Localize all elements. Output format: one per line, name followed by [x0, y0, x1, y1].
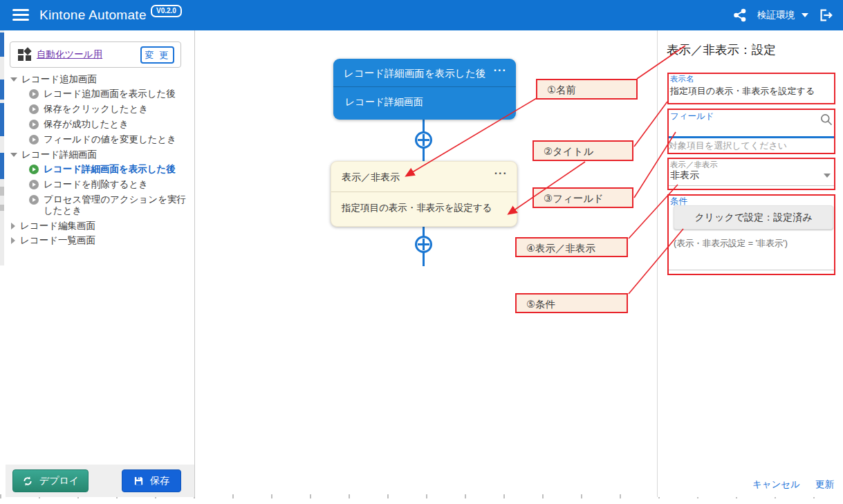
environment-dropdown[interactable]: 検証環境 — [757, 9, 808, 21]
play-circle-icon — [29, 180, 39, 189]
trigger-node-body: レコード詳細画面 — [333, 86, 516, 120]
visibility-label: 表示／非表示 — [670, 160, 718, 170]
visibility-underline — [669, 185, 835, 186]
logout-icon[interactable] — [818, 8, 833, 23]
settings-panel: 表示／非表示：設定 表示名 指定項目の表示・非表示を設定する フィールド 対象項… — [657, 30, 843, 497]
tree-group-record-add[interactable]: レコード追加画面 — [8, 72, 191, 86]
refresh-icon — [22, 476, 33, 487]
caret-down-icon — [802, 13, 808, 17]
annotation-box-title: ②タイトル — [532, 140, 633, 161]
app-link[interactable]: 自動化ツール用 — [37, 48, 102, 61]
tree-item[interactable]: プロセス管理のアクションを実行したとき — [8, 192, 191, 218]
node-menu-button[interactable]: ... — [494, 165, 508, 177]
play-circle-icon — [29, 195, 39, 205]
environment-label: 検証環境 — [757, 9, 795, 21]
tree-group-record-detail[interactable]: レコード詳細画面 — [8, 147, 191, 162]
annotation-box-name: ①名前 — [536, 79, 638, 100]
hamburger-menu-icon[interactable] — [12, 9, 29, 21]
tree-item-active[interactable]: レコード詳細画面を表示した後 — [8, 162, 191, 177]
app-blocks-icon — [18, 48, 31, 62]
node-menu-button[interactable]: ... — [494, 62, 507, 74]
field-input-underline[interactable] — [669, 136, 835, 138]
play-circle-icon — [29, 135, 39, 144]
app-card: 自動化ツール用 変 更 — [10, 41, 181, 68]
change-button[interactable]: 変 更 — [140, 46, 174, 64]
tree-group-record-edit[interactable]: レコード編集画面 — [8, 218, 191, 233]
cancel-link[interactable]: キャンセル — [752, 478, 800, 491]
sidebar: 自動化ツール用 変 更 レコード追加画面 レコード追加画面を表示した後 保存をク… — [6, 30, 195, 497]
tree-group-record-list[interactable]: レコード一覧画面 — [8, 233, 191, 248]
trigger-node-header: レコード詳細画面を表示した後 ... — [333, 59, 516, 86]
play-circle-icon — [29, 120, 39, 129]
display-name-value[interactable]: 指定項目の表示・非表示を設定する — [670, 85, 815, 97]
tree-item[interactable]: レコードを削除するとき — [8, 177, 191, 192]
condition-underline — [669, 270, 835, 270]
annotation-box-field: ③フィールド — [532, 187, 633, 208]
tree-item[interactable]: 保存が成功したとき — [8, 117, 191, 132]
annotation-box-visibility: ④表示／非表示 — [515, 237, 628, 257]
select-caret-down-icon[interactable] — [824, 174, 831, 178]
caret-open-icon — [10, 153, 17, 157]
mini-scrollbar[interactable] — [0, 30, 4, 265]
topbar: Kintone Automate V0.2.0 検証環境 — [0, 0, 843, 30]
deploy-button[interactable]: デプロイ — [12, 469, 89, 492]
event-tree: レコード追加画面 レコード追加画面を表示した後 保存をクリックしたとき 保存が成… — [8, 72, 191, 248]
caret-open-icon — [10, 77, 17, 82]
update-link[interactable]: 更新 — [815, 478, 834, 491]
topbar-right: 検証環境 — [732, 0, 833, 30]
add-step-button[interactable] — [415, 131, 432, 149]
play-circle-icon-active — [29, 165, 39, 174]
sidebar-footer: デプロイ 保存 — [6, 465, 194, 497]
save-button[interactable]: 保存 — [122, 469, 181, 492]
tree-item[interactable]: レコード追加画面を表示した後 — [8, 86, 191, 102]
visibility-select-value[interactable]: 非表示 — [670, 169, 699, 182]
caret-closed-icon — [11, 223, 15, 230]
field-placeholder[interactable]: 対象項目を選択してください — [669, 140, 787, 152]
field-label: フィールド — [670, 111, 714, 122]
action-node-body: 指定項目の表示・非表示を設定する — [331, 192, 517, 226]
add-step-button[interactable] — [415, 236, 432, 253]
search-icon[interactable] — [819, 113, 833, 127]
condition-set-button[interactable]: クリックで設定：設定済み — [674, 205, 833, 230]
share-icon[interactable] — [732, 8, 748, 23]
version-badge: V0.2.0 — [151, 5, 182, 17]
condition-expression: (表示・非表示設定 = '非表示') — [674, 238, 788, 250]
caret-closed-icon — [11, 237, 15, 244]
floppy-disk-icon — [133, 476, 144, 486]
panel-title: 表示／非表示：設定 — [667, 41, 776, 58]
app-title: Kintone Automate — [39, 0, 147, 30]
play-circle-icon — [29, 89, 39, 99]
annotation-box-condition: ⑤条件 — [515, 293, 628, 313]
tree-item[interactable]: フィールドの値を変更したとき — [8, 132, 191, 147]
trigger-node[interactable]: レコード詳細画面を表示した後 ... レコード詳細画面 — [333, 59, 516, 120]
action-node[interactable]: 表示／非表示 ... 指定項目の表示・非表示を設定する — [331, 161, 517, 227]
panel-actions: キャンセル 更新 — [752, 478, 834, 491]
display-name-label: 表示名 — [670, 74, 694, 84]
tree-item[interactable]: 保存をクリックしたとき — [8, 102, 191, 117]
play-circle-icon — [29, 104, 39, 114]
action-node-header: 表示／非表示 ... — [331, 162, 517, 192]
